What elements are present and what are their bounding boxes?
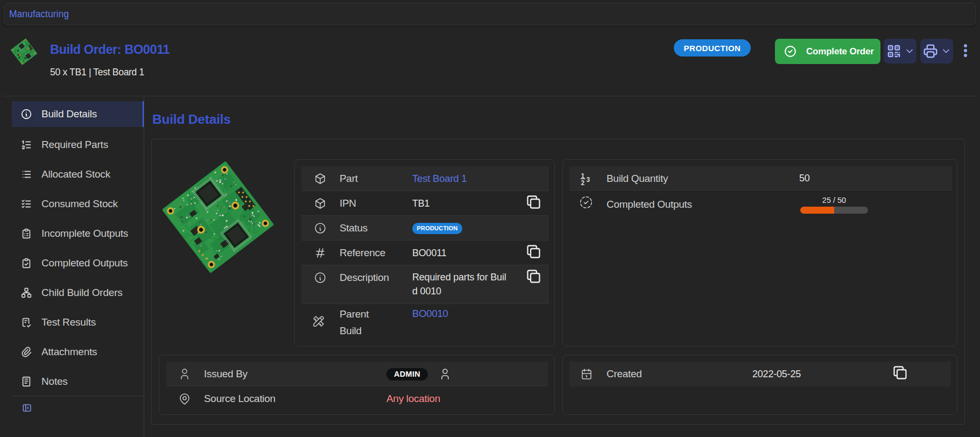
svg-text:2: 2: [581, 179, 585, 185]
svg-text:1: 1: [581, 172, 585, 180]
svg-text:3: 3: [587, 175, 590, 183]
